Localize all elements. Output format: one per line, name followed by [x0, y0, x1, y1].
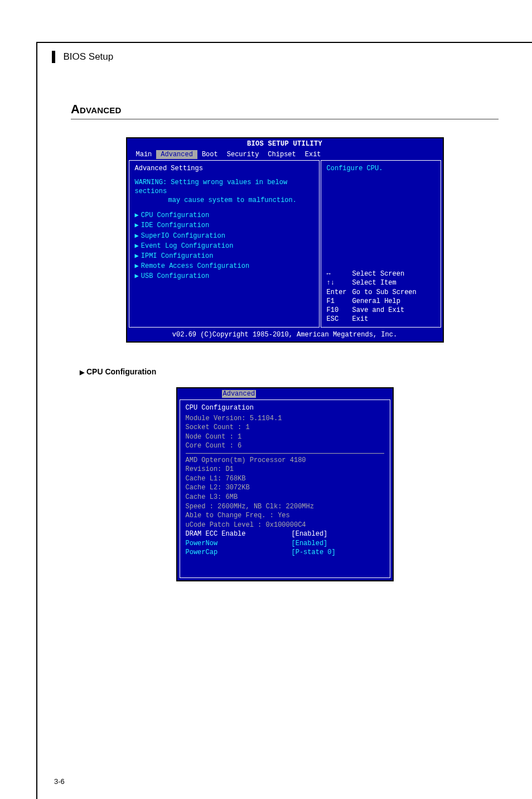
bios-warning-label: WARNING: [135, 179, 167, 186]
cpu-detail-line: Revision: D1 [186, 465, 384, 474]
bios-tab-row: Main Advanced Boot Security Chipset Exit [127, 150, 443, 160]
bios-key-desc: Select Screen [352, 269, 405, 278]
bios-key-desc: Select Item [352, 278, 396, 287]
triangle-right-icon: ▶ [135, 262, 139, 270]
cpu-detail-line: uCode Patch Level : 0x100000C4 [186, 521, 384, 530]
bios-menu-superio-configuration[interactable]: ▶SuperIO Configuration [135, 231, 313, 241]
bios-panel-heading: Advanced Settings [135, 164, 313, 173]
bios-tab-exit[interactable]: Exit [301, 150, 326, 159]
bios-key-desc: Go to Sub Screen [352, 288, 417, 297]
cpu-configuration-label: CPU Configuration [86, 367, 156, 376]
bios-tab-main[interactable]: Main [132, 150, 157, 159]
bios-menu-ide-configuration[interactable]: ▶IDE Configuration [135, 220, 313, 230]
bios-menu-usb-configuration[interactable]: ▶USB Configuration [135, 271, 313, 281]
cpu-info-line: Core Count : 6 [186, 441, 384, 451]
triangle-right-icon: ▶ [135, 242, 139, 250]
cpu-option-dram-ecc-enable[interactable]: DRAM ECC Enable [Enabled] [186, 530, 384, 539]
cpu-configuration-subheading: ▶CPU Configuration [80, 367, 499, 376]
bios-left-pane: Advanced Settings WARNING: Setting wrong… [129, 160, 320, 328]
bios-key: F10 [327, 306, 352, 315]
bios-key: F1 [327, 297, 352, 306]
cpu-info-line: Socket Count : 1 [186, 423, 384, 432]
bios-tab-security[interactable]: Security [223, 150, 264, 159]
cpu-option-value: [P-state 0] [292, 548, 336, 557]
bios-advanced-screenshot: BIOS SETUP UTILITY Main Advanced Boot Se… [126, 137, 444, 343]
bios-menu-cpu-configuration[interactable]: ▶CPU Configuration [135, 210, 313, 220]
header-marker [52, 51, 55, 63]
bios-key: Enter [327, 288, 352, 297]
bios-key-desc: Exit [352, 315, 369, 324]
bios-tab-boot[interactable]: Boot [197, 150, 223, 159]
cpu-tab-advanced[interactable]: Advanced [222, 390, 257, 398]
bios-key-legend: ↔Select Screen ↑↓Select Item EnterGo to … [327, 269, 435, 324]
cpu-detail-line: Able to Change Freq. : Yes [186, 511, 384, 521]
bios-menu-event-log-configuration[interactable]: ▶Event Log Configuration [135, 241, 313, 251]
page-number: 3-6 [54, 777, 65, 786]
bios-warning-line2: may cause system to malfunction. [168, 196, 297, 205]
triangle-right-icon: ▶ [135, 252, 139, 260]
separator [186, 453, 384, 454]
bios-menu-ipmi-configuration[interactable]: ▶IPMI Configuration [135, 251, 313, 261]
bios-cpu-config-screenshot: Advanced CPU Configuration Module Versio… [176, 387, 394, 581]
bios-warning: WARNING: Setting wrong values in below s… [135, 178, 313, 205]
cpu-tab-row: Advanced [177, 388, 393, 400]
bios-menu-label: Event Log Configuration [141, 242, 234, 250]
bios-hint-text: Configure CPU. [327, 164, 435, 173]
bios-menu-label: SuperIO Configuration [141, 232, 225, 240]
cpu-pane: CPU Configuration Module Version: 5.1104… [180, 399, 390, 578]
cpu-option-label: PowerCap [186, 548, 292, 557]
cpu-detail-line: Cache L3: 6MB [186, 493, 384, 502]
cpu-info-line: Module Version: 5.1104.1 [186, 414, 384, 423]
bios-key: ↑↓ [327, 278, 352, 287]
bios-titlebar: BIOS SETUP UTILITY [127, 138, 443, 150]
cpu-option-value: [Enabled] [292, 530, 328, 539]
cpu-option-powercap[interactable]: PowerCap [P-state 0] [186, 548, 384, 557]
cpu-detail-line: Speed : 2600MHz, NB Clk: 2200MHz [186, 502, 384, 512]
cpu-detail-line: Cache L1: 768KB [186, 474, 384, 484]
bios-key: ↔ [327, 269, 352, 278]
cpu-option-powernow[interactable]: PowerNow [Enabled] [186, 539, 384, 548]
cpu-info-line: Node Count : 1 [186, 432, 384, 442]
cpu-option-value: [Enabled] [292, 539, 328, 548]
bios-menu-remote-access-configuration[interactable]: ▶Remote Access Configuration [135, 261, 313, 271]
triangle-right-icon: ▶ [80, 369, 84, 376]
cpu-config-title: CPU Configuration [186, 403, 384, 413]
bios-menu-label: CPU Configuration [141, 211, 209, 219]
bios-menu-label: Remote Access Configuration [141, 262, 249, 270]
section-title: Advanced [71, 102, 499, 119]
page-header-title: BIOS Setup [63, 51, 113, 62]
triangle-right-icon: ▶ [135, 272, 139, 280]
bios-tab-advanced[interactable]: Advanced [156, 150, 197, 159]
triangle-right-icon: ▶ [135, 211, 139, 219]
bios-key-desc: General Help [352, 297, 400, 306]
triangle-right-icon: ▶ [135, 222, 139, 229]
bios-right-pane: Configure CPU. ↔Select Screen ↑↓Select I… [321, 160, 441, 328]
cpu-detail-line: AMD Opteron(tm) Processor 4180 [186, 456, 384, 465]
cpu-option-label: DRAM ECC Enable [186, 530, 292, 539]
cpu-detail-line: Cache L2: 3072KB [186, 483, 384, 493]
bios-key-desc: Save and Exit [352, 306, 405, 315]
bios-footer: v02.69 (C)Copyright 1985-2010, American … [127, 329, 443, 341]
bios-key: ESC [327, 315, 352, 324]
bios-menu-label: USB Configuration [141, 272, 209, 280]
triangle-right-icon: ▶ [135, 232, 139, 240]
bios-tab-chipset[interactable]: Chipset [263, 150, 300, 159]
bios-menu-label: IDE Configuration [141, 222, 209, 229]
bios-menu-label: IPMI Configuration [141, 252, 214, 260]
cpu-option-label: PowerNow [186, 539, 292, 548]
